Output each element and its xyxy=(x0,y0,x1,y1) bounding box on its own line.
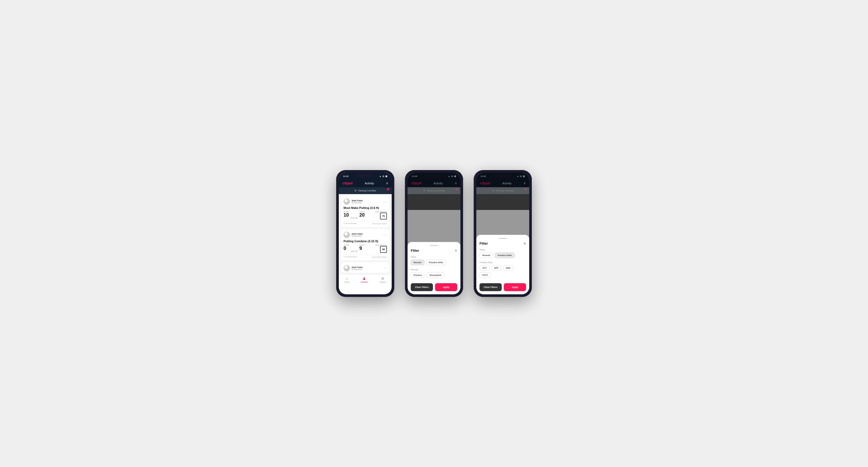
card-header-2: Josh Coles 28 Feb 2023 ··· xyxy=(344,232,387,238)
avatar-img-2 xyxy=(344,232,350,238)
rounds-label-2: Rounds xyxy=(411,269,457,271)
notch-1 xyxy=(356,174,372,178)
card-footer-2: ⓘ Test Information Data: Clippd Capture xyxy=(344,254,387,258)
show-label-2: Show xyxy=(411,256,457,258)
card-title-2: Putting Combine (3-15 ft) xyxy=(344,240,387,243)
clear-filters-btn-3[interactable]: Clear Filters xyxy=(479,283,502,291)
nav-bar-1: clippd Activity ≡ xyxy=(339,179,392,187)
score-value-2: 0 xyxy=(344,246,349,251)
practice-drills-show-btn-2[interactable]: Practice Drills xyxy=(426,260,446,265)
shots-group-1: Shots 20 xyxy=(360,211,365,217)
app-btn-3[interactable]: APP xyxy=(491,265,501,271)
shots-value-2: 9 xyxy=(360,246,365,251)
nav-title-1: Activity xyxy=(365,182,374,185)
more-dots-1[interactable]: ··· xyxy=(383,200,387,204)
activity-card-1[interactable]: Josh Coles 28 Feb 2023 ··· Must Make Put… xyxy=(341,196,390,227)
home-icon-1: ⌂ xyxy=(346,276,348,281)
putt-btn-3[interactable]: PUTT xyxy=(479,272,491,278)
activity-card-2[interactable]: Josh Coles 28 Feb 2023 ··· Putting Combi… xyxy=(341,229,390,261)
score-group-2: Score 0 xyxy=(344,244,349,251)
arg-btn-3[interactable]: ARG xyxy=(503,265,513,271)
apply-btn-3[interactable]: Apply xyxy=(504,283,526,291)
score-value-1: 10 xyxy=(344,213,349,217)
card-user-3: Josh Coles 28 Feb 2023 xyxy=(344,265,363,271)
show-buttons-3: Rounds Practice Drills xyxy=(479,253,526,258)
phone-2: 11:33 ▲ ◎ ▣ clippd Activity ≡ ⚙ Viewing … xyxy=(405,170,463,297)
activity-list-1: Josh Coles 28 Feb 2023 ··· Must Make Put… xyxy=(339,194,392,275)
notification-dot-1 xyxy=(387,188,389,190)
practice-drills-show-btn-3[interactable]: Practice Drills xyxy=(495,253,515,258)
bottom-nav-1: ⌂ Home ♟ Activities ⊕ Capture xyxy=(339,275,392,285)
filter-title-3: Filter xyxy=(479,242,488,245)
apply-btn-2[interactable]: Apply xyxy=(435,283,457,291)
activity-card-3[interactable]: Josh Coles 28 Feb 2023 ··· xyxy=(341,262,390,273)
avatar-2 xyxy=(344,232,350,238)
ott-btn-3[interactable]: OTT xyxy=(479,265,490,271)
practice-round-btn-2[interactable]: Practice xyxy=(411,272,425,278)
show-label-3: Show xyxy=(479,249,526,251)
filter-header-3: Filter ✕ xyxy=(479,242,526,245)
capture-icon-1: ⊕ xyxy=(381,276,384,281)
user-info-1: Josh Coles 28 Feb 2023 xyxy=(351,199,363,204)
rounds-show-btn-2[interactable]: Rounds xyxy=(411,260,425,265)
score-group-1: Score 10 xyxy=(344,211,349,217)
user-info-3: Josh Coles 28 Feb 2023 xyxy=(351,266,363,270)
avatar-1 xyxy=(344,198,350,205)
menu-icon-1[interactable]: ≡ xyxy=(386,182,388,185)
user-date-2: 28 Feb 2023 xyxy=(351,235,363,237)
card-footer-1: ⓘ Test Information Data: Clippd Capture xyxy=(344,221,387,225)
viewing-banner-1[interactable]: ⚙ Viewing Activities xyxy=(339,187,392,194)
stats-row-2: Score 0 OUT OF Shots 9 Shot Quality 45 xyxy=(344,244,387,253)
footer-left-2: ⓘ Test Information xyxy=(344,256,357,258)
phone-3-screen: 11:33 ▲ ◎ ▣ clippd Activity ≡ ⚙ Viewing … xyxy=(476,173,529,294)
out-of-2: OUT OF xyxy=(351,250,358,253)
logo-1: clippd xyxy=(342,181,352,185)
stats-row-1: Score 10 OUT OF Shots 20 Shot Quality 75 xyxy=(344,211,387,219)
rounds-show-btn-3[interactable]: Rounds xyxy=(479,253,493,258)
status-icons-1: ▲ ◎ ▣ xyxy=(379,175,388,178)
clear-filters-btn-2[interactable]: Clear Filters xyxy=(411,283,433,291)
card-header-1: Josh Coles 28 Feb 2023 ··· xyxy=(344,198,387,205)
shots-value-1: 20 xyxy=(360,213,365,217)
activities-label-1: Activities xyxy=(361,281,368,283)
sq-badge-1: 75 xyxy=(380,213,387,219)
battery-icon: ▣ xyxy=(385,175,388,178)
phone-3: 11:33 ▲ ◎ ▣ clippd Activity ≡ ⚙ Viewing … xyxy=(474,170,532,297)
card-title-1: Must Make Putting (3-6 ft) xyxy=(344,206,387,210)
filter-header-2: Filter ✕ xyxy=(411,249,457,253)
avatar-img-3 xyxy=(344,265,350,271)
user-name-1: Josh Coles xyxy=(351,199,363,202)
practice-buttons-3: OTT APP ARG PUTT xyxy=(479,265,526,278)
modal-footer-2: Clear Filters Apply xyxy=(411,283,457,291)
show-buttons-2: Rounds Practice Drills xyxy=(411,260,457,265)
close-button-3[interactable]: ✕ xyxy=(523,242,526,245)
modal-footer-3: Clear Filters Apply xyxy=(479,283,526,291)
tournament-btn-2[interactable]: Tournament xyxy=(426,272,444,278)
time-1: 11:33 xyxy=(343,175,348,178)
out-of-1: OUT OF xyxy=(351,217,358,219)
signal-icon: ▲ xyxy=(379,175,381,178)
phone-1: 11:33 ▲ ◎ ▣ clippd Activity ≡ ⚙ Viewing … xyxy=(336,170,394,297)
avatar-3 xyxy=(344,265,350,271)
nav-activities-1[interactable]: ♟ Activities xyxy=(361,276,368,283)
card-header-3: Josh Coles 28 Feb 2023 ··· xyxy=(344,265,387,271)
filter-title-2: Filter xyxy=(411,249,419,253)
card-user-2: Josh Coles 28 Feb 2023 xyxy=(344,232,363,238)
phone-2-screen: 11:33 ▲ ◎ ▣ clippd Activity ≡ ⚙ Viewing … xyxy=(408,173,460,294)
practice-drills-label-3: Practice Drills xyxy=(479,261,526,263)
card-user-1: Josh Coles 28 Feb 2023 xyxy=(344,198,363,205)
more-dots-2[interactable]: ··· xyxy=(383,233,387,237)
more-dots-3[interactable]: ··· xyxy=(383,266,387,270)
nav-capture-1[interactable]: ⊕ Capture xyxy=(379,276,386,283)
footer-right-2: Data: Clippd Capture xyxy=(372,256,387,258)
user-date-3: 28 Feb 2023 xyxy=(351,269,363,270)
activities-icon-1: ♟ xyxy=(363,276,366,281)
footer-left-1: ⓘ Test Information xyxy=(344,222,357,225)
avatar-img-1 xyxy=(344,198,350,205)
modal-handle-3 xyxy=(499,238,507,239)
home-label-1: Home xyxy=(344,281,349,283)
sq-group-2: Shot Quality 45 xyxy=(375,244,387,253)
nav-home-1[interactable]: ⌂ Home xyxy=(344,276,349,283)
close-button-2[interactable]: ✕ xyxy=(455,249,457,253)
footer-right-1: Data: Clippd Capture xyxy=(372,223,387,224)
